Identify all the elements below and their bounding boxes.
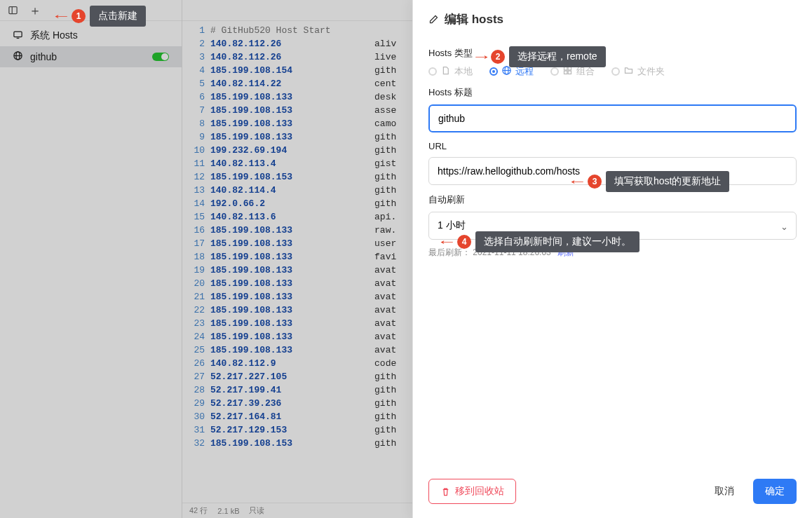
line-gutter: 1234567891011121314151617181920212223242… <box>182 21 210 503</box>
chevron-down-icon: ⌄ <box>780 221 788 232</box>
radio-icon <box>611 67 620 76</box>
callout-1: ←1 点击新建 <box>55 6 146 27</box>
hosts-title-label: Hosts 标题 <box>428 86 797 99</box>
hosts-type-本地[interactable]: 本地 <box>428 65 473 78</box>
folder-icon <box>623 65 634 78</box>
status-mode: 只读 <box>249 505 264 516</box>
status-lines: 42 行 <box>189 505 208 516</box>
globe-icon <box>13 50 23 63</box>
drawer-title: 编辑 hosts <box>445 11 503 27</box>
svg-rect-0 <box>8 7 16 14</box>
sidebar-item-label: github <box>30 51 145 62</box>
radio-icon <box>489 67 498 76</box>
callout-4-text: 选择自动刷新时间，建议一小时。 <box>475 231 640 252</box>
sidebar-item-label: 系统 Hosts <box>30 29 169 42</box>
callout-3: ←3 填写获取host的更新地址 <box>571 171 729 192</box>
radio-icon <box>428 67 437 76</box>
badge-4: 4 <box>457 235 471 249</box>
sidebar-item-github[interactable]: github <box>0 46 182 67</box>
edit-drawer: 编辑 hosts Hosts 类型 本地 远程 组合 文件夹 Hosts 标题 … <box>412 0 812 518</box>
hosts-type-label: 本地 <box>454 65 473 78</box>
hosts-type-label: 文件夹 <box>637 65 665 78</box>
url-label: URL <box>428 141 797 151</box>
drawer-footer: 移到回收站 取消 确定 <box>413 469 812 518</box>
layout-icon[interactable] <box>6 4 20 18</box>
ok-button[interactable]: 确定 <box>753 479 797 504</box>
callout-2-text: 选择远程，remote <box>509 46 606 67</box>
auto-refresh-label: 自动刷新 <box>428 193 797 206</box>
sidebar-item-系统 Hosts[interactable]: 系统 Hosts <box>0 25 182 46</box>
svg-rect-2 <box>14 32 22 37</box>
callout-1-text: 点击新建 <box>90 6 146 27</box>
edit-icon <box>428 14 439 25</box>
add-button[interactable]: ＋ <box>28 4 42 18</box>
delete-button-label: 移到回收站 <box>455 485 504 498</box>
svg-rect-14 <box>568 67 571 70</box>
svg-rect-13 <box>564 67 567 70</box>
trash-icon <box>440 486 451 497</box>
status-size: 2.1 kB <box>217 507 239 515</box>
radio-icon <box>550 67 559 76</box>
badge-3: 3 <box>588 175 602 189</box>
sidebar: ＋ 系统 Hosts github <box>0 0 182 518</box>
callout-4: ←4 选择自动刷新时间，建议一小时。 <box>440 231 640 252</box>
file-icon <box>440 65 451 78</box>
drawer-header: 编辑 hosts <box>413 0 812 34</box>
sidebar-list: 系统 Hosts github <box>0 21 182 67</box>
badge-2: 2 <box>491 50 505 64</box>
delete-button[interactable]: 移到回收站 <box>428 479 516 504</box>
svg-rect-16 <box>568 71 571 74</box>
monitor-icon <box>13 29 23 42</box>
svg-rect-15 <box>564 71 567 74</box>
hosts-title-input[interactable] <box>428 104 797 132</box>
callout-3-text: 填写获取host的更新地址 <box>606 171 729 192</box>
toggle-switch[interactable] <box>152 53 169 61</box>
hosts-type-文件夹[interactable]: 文件夹 <box>611 65 665 78</box>
badge-1: 1 <box>72 9 86 23</box>
cancel-button[interactable]: 取消 <box>703 479 746 504</box>
callout-2: ←2 选择远程，remote <box>475 46 606 67</box>
